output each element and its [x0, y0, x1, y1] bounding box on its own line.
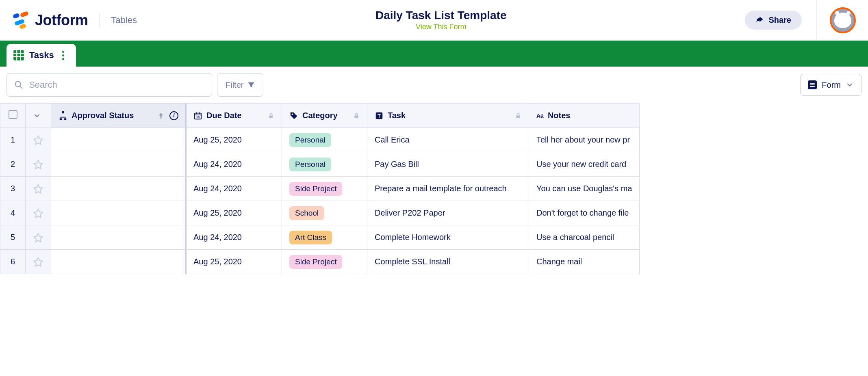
cell-category[interactable]: Personal: [282, 152, 367, 177]
tab-more-icon[interactable]: [59, 51, 68, 60]
resize-handle[interactable]: [185, 152, 187, 176]
cell-notes[interactable]: Use your new credit card: [529, 152, 640, 177]
cell-task[interactable]: Call Erica: [367, 128, 529, 152]
table-row[interactable]: 3Aug 24, 2020Side ProjectPrepare a mail …: [0, 177, 640, 201]
star-icon[interactable]: [33, 184, 43, 194]
cell-category[interactable]: Side Project: [282, 250, 367, 274]
table-row[interactable]: 1Aug 25, 2020PersonalCall EricaTell her …: [0, 128, 640, 152]
row-star[interactable]: [26, 201, 51, 225]
cell-approval[interactable]: [51, 225, 186, 250]
resize-handle[interactable]: [185, 250, 187, 274]
logo[interactable]: Jotform: [12, 11, 88, 29]
star-icon[interactable]: [33, 159, 43, 170]
cell-notes[interactable]: Don't forget to change file: [529, 201, 640, 225]
resize-handle[interactable]: [185, 225, 187, 249]
cell-due[interactable]: Aug 24, 2020: [186, 225, 282, 250]
cell-approval[interactable]: [51, 128, 186, 152]
cell-task[interactable]: Complete Homework: [367, 225, 529, 250]
star-icon[interactable]: [33, 232, 43, 243]
svg-point-12: [292, 113, 293, 115]
header-divider: [816, 0, 817, 41]
row-number: 6: [0, 250, 26, 274]
header-right: Share: [745, 0, 856, 41]
tab-label: Tasks: [29, 50, 54, 61]
avatar[interactable]: [830, 7, 856, 33]
resize-handle[interactable]: [185, 201, 187, 225]
svg-rect-8: [64, 118, 67, 120]
cell-due[interactable]: Aug 25, 2020: [186, 128, 282, 152]
resize-handle[interactable]: [185, 104, 187, 127]
star-icon[interactable]: [33, 208, 43, 218]
cell-task[interactable]: Pay Gas Bill: [367, 152, 529, 177]
cell-due[interactable]: Aug 24, 2020: [186, 177, 282, 201]
cell-category[interactable]: Personal: [282, 128, 367, 152]
header-notes[interactable]: Aa Notes: [529, 104, 640, 128]
calendar-icon: 10: [193, 111, 202, 120]
filter-button[interactable]: Filter: [217, 73, 263, 97]
cell-notes[interactable]: Change mail: [529, 250, 640, 274]
share-button[interactable]: Share: [745, 11, 802, 30]
header-task[interactable]: T Task: [367, 104, 529, 128]
pin-icon: [157, 112, 165, 120]
table-row[interactable]: 6Aug 25, 2020Side ProjectComplete SSL In…: [0, 250, 640, 274]
search-icon: [14, 80, 23, 90]
star-icon[interactable]: [33, 135, 43, 145]
cell-category[interactable]: School: [282, 201, 367, 225]
header-category[interactable]: Category: [282, 104, 367, 128]
cell-notes[interactable]: Use a charcoal pencil: [529, 225, 640, 250]
svg-rect-4: [13, 50, 24, 61]
search-wrap[interactable]: [7, 73, 212, 97]
table-row[interactable]: 4Aug 25, 2020SchoolDeliver P202 PaperDon…: [0, 201, 640, 225]
search-input[interactable]: [29, 80, 204, 90]
row-number: 5: [0, 225, 26, 250]
cell-task[interactable]: Complete SSL Install: [367, 250, 529, 274]
table-row[interactable]: 5Aug 24, 2020Art ClassComplete HomeworkU…: [0, 225, 640, 250]
svg-rect-16: [516, 115, 520, 118]
text-icon: T: [375, 111, 384, 120]
filter-icon: [247, 81, 255, 89]
cell-approval[interactable]: [51, 152, 186, 177]
cell-notes[interactable]: You can use Douglas's ma: [529, 177, 640, 201]
header-task-label: Task: [388, 111, 406, 120]
cell-due[interactable]: Aug 25, 2020: [186, 250, 282, 274]
aa-icon: Aa: [536, 112, 544, 119]
resize-handle[interactable]: [185, 128, 187, 152]
header-approval[interactable]: Approval Status i: [51, 104, 186, 128]
cell-category[interactable]: Art Class: [282, 225, 367, 250]
cell-due[interactable]: Aug 24, 2020: [186, 152, 282, 177]
row-star[interactable]: [26, 177, 51, 201]
lock-icon: [515, 112, 521, 119]
row-star[interactable]: [26, 128, 51, 152]
header-due[interactable]: 10 Due Date: [186, 104, 282, 128]
info-icon[interactable]: i: [169, 111, 178, 120]
cell-approval[interactable]: [51, 250, 186, 274]
app-header: Jotform Tables Daily Task List Template …: [0, 0, 868, 41]
page-title: Daily Task List Template: [375, 9, 507, 22]
brand-section[interactable]: Tables: [111, 15, 137, 26]
cell-category[interactable]: Side Project: [282, 177, 367, 201]
resize-handle[interactable]: [185, 177, 187, 201]
svg-rect-11: [269, 115, 273, 118]
row-star[interactable]: [26, 250, 51, 274]
table-icon: [13, 50, 24, 61]
view-form-link[interactable]: View This Form: [416, 23, 466, 31]
form-view-button[interactable]: Form: [800, 74, 861, 96]
toolbar-left: Filter: [7, 73, 263, 97]
row-star[interactable]: [26, 152, 51, 177]
lock-icon: [268, 112, 274, 119]
cell-task[interactable]: Deliver P202 Paper: [367, 201, 529, 225]
cell-notes[interactable]: Tell her about your new pr: [529, 128, 640, 152]
cell-approval[interactable]: [51, 201, 186, 225]
header-checkbox[interactable]: [0, 104, 26, 128]
table-row[interactable]: 2Aug 24, 2020PersonalPay Gas BillUse you…: [0, 152, 640, 177]
cell-due[interactable]: Aug 25, 2020: [186, 201, 282, 225]
chevron-down-icon: [846, 81, 854, 89]
tag-icon: [289, 111, 298, 120]
cell-approval[interactable]: [51, 177, 186, 201]
tab-tasks[interactable]: Tasks: [7, 44, 76, 67]
data-table: Approval Status i 10 Due Date: [0, 103, 640, 274]
header-expand[interactable]: [26, 104, 51, 128]
cell-task[interactable]: Prepare a mail template for outreach: [367, 177, 529, 201]
star-icon[interactable]: [33, 257, 43, 267]
row-star[interactable]: [26, 225, 51, 250]
